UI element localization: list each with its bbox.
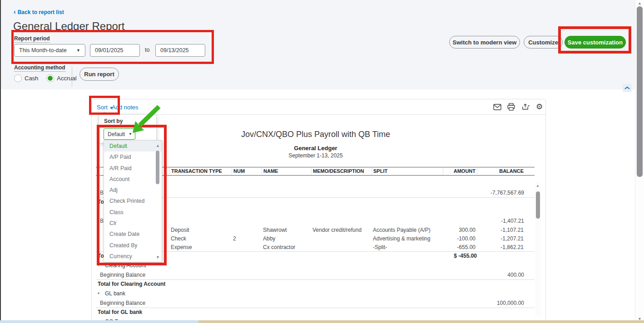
- total-label: Total for GL bank: [98, 309, 142, 315]
- report-toolbar: [92, 99, 545, 115]
- scroll-up-icon[interactable]: ▲: [638, 1, 642, 5]
- split-cell: Advertising & marketing: [372, 235, 443, 243]
- scroll-up-icon[interactable]: ▲: [156, 143, 160, 148]
- table-row[interactable]: Beginning Balance400.00: [96, 271, 535, 280]
- total-amount: $ -455.00: [454, 253, 477, 259]
- listbox-scrollbar-thumb[interactable]: [156, 151, 159, 184]
- num-cell: [232, 226, 262, 235]
- chevron-left-icon: ‹: [14, 8, 16, 15]
- chevron-up-icon: [624, 86, 630, 90]
- column-header: BALANCE: [477, 168, 525, 175]
- sort-option[interactable]: Account: [104, 174, 162, 185]
- table-row[interactable]: ▾GL bank: [96, 289, 535, 299]
- accounting-method-radios: Cash Accrual: [14, 74, 80, 82]
- sort-option[interactable]: A/P Paid: [104, 152, 162, 162]
- column-header: MEMO/DESCRIPTION: [311, 168, 372, 175]
- report-action-icons: ⚙: [493, 103, 544, 111]
- date-to-input[interactable]: 09/13/2025: [155, 44, 205, 57]
- window-bottom-edge: [198, 320, 644, 323]
- popup-notch: [102, 112, 107, 115]
- balance-value: -1,407.21: [501, 218, 524, 224]
- page-scrollbar[interactable]: ▲ ▼: [635, 0, 644, 323]
- back-to-report-list-link[interactable]: ‹Back to report list: [14, 8, 64, 15]
- to-label: to: [145, 47, 149, 53]
- column-header: NAME: [262, 168, 311, 175]
- save-customization-button[interactable]: Save customization: [565, 36, 626, 49]
- scroll-down-icon[interactable]: ▼: [156, 255, 160, 259]
- transaction-type-cell: Expense: [169, 243, 232, 251]
- split-cell: Accounts Payable (A/P): [372, 226, 443, 235]
- export-icon[interactable]: [521, 103, 530, 111]
- table-scrollbar-thumb[interactable]: [536, 191, 540, 219]
- cash-radio[interactable]: [14, 74, 22, 82]
- name-cell: Cx contractor: [262, 243, 311, 251]
- report-period-label: Report period: [14, 35, 50, 43]
- table-row[interactable]: Total for GL bank: [96, 308, 535, 318]
- balance-cell: -1,107.21: [477, 226, 525, 235]
- customize-button[interactable]: Customize: [524, 36, 563, 49]
- sort-option[interactable]: Clr: [104, 218, 162, 229]
- sort-option[interactable]: Create Date: [104, 229, 162, 240]
- transaction-type-cell: Check: [169, 235, 232, 243]
- column-header: NUM: [232, 168, 262, 175]
- cash-radio-label: Cash: [25, 75, 38, 82]
- run-report-button[interactable]: Run report: [79, 68, 119, 81]
- sort-option[interactable]: Currency: [104, 251, 162, 262]
- filter-divider: [72, 67, 72, 87]
- amount-cell: -655.00: [443, 243, 477, 251]
- sort-by-select[interactable]: Default▼: [104, 128, 135, 140]
- column-header: TRANSACTION TYPE: [169, 168, 232, 175]
- transaction-type-cell: Deposit: [169, 226, 232, 235]
- balance-value: 400.00: [507, 272, 524, 278]
- add-notes-link[interactable]: Add notes: [112, 104, 139, 111]
- sort-link[interactable]: Sort ▼: [97, 104, 113, 111]
- total-label: Total for Clearing Account: [98, 281, 165, 287]
- account-name: GL bank: [105, 290, 125, 297]
- column-header: AMOUNT: [443, 168, 477, 175]
- balance-value: -7,767,567.69: [490, 190, 524, 196]
- table-scrollbar[interactable]: ▲: [535, 182, 541, 317]
- settings-icon[interactable]: ⚙: [535, 103, 544, 111]
- sort-option[interactable]: Adj: [104, 185, 162, 196]
- sort-option[interactable]: A/R Paid: [104, 163, 162, 174]
- table-row[interactable]: Total for Clearing Account: [96, 280, 535, 289]
- num-cell: 2: [232, 235, 262, 243]
- chevron-down-icon: ▼: [129, 132, 132, 136]
- sort-option[interactable]: Class: [104, 207, 162, 218]
- collapse-header-button[interactable]: [623, 84, 632, 92]
- email-icon[interactable]: [493, 103, 501, 111]
- split-cell: -Split-: [372, 243, 443, 251]
- account-name: Clearing Account: [105, 262, 146, 269]
- scroll-up-icon[interactable]: ▲: [536, 184, 540, 188]
- column-header: SPLIT: [372, 168, 443, 175]
- report-company-title: Jov/CNX/QBO Plus Payroll with QB Time: [97, 130, 535, 139]
- chevron-down-icon: ▼: [76, 48, 80, 53]
- amount-cell: 300.00: [443, 226, 477, 235]
- sort-by-label: Sort by: [104, 118, 123, 124]
- date-from-input[interactable]: 09/01/2025: [90, 44, 140, 57]
- report-period-text: September 1-13, 2025: [97, 152, 535, 159]
- row-label: Beginning Balance: [100, 272, 145, 278]
- report-period-select[interactable]: This Month-to-date▼: [14, 44, 85, 57]
- accrual-radio-label: Accrual: [57, 75, 76, 82]
- print-icon[interactable]: [507, 103, 515, 111]
- sort-option[interactable]: Check Printed: [104, 196, 162, 206]
- report-title: General Ledger: [97, 145, 535, 152]
- name-cell: Abby: [262, 235, 311, 243]
- memo-cell: [311, 243, 372, 251]
- accrual-radio[interactable]: [46, 74, 54, 82]
- sort-option[interactable]: Default: [104, 141, 162, 152]
- memo-cell: [311, 235, 372, 243]
- row-label: Beginning Balance: [100, 300, 145, 306]
- collapse-caret-icon: ▾: [98, 181, 99, 185]
- collapse-caret-icon: ▾: [98, 291, 99, 295]
- page-scrollbar-thumb[interactable]: [637, 6, 643, 177]
- listbox-scrollbar[interactable]: ▲ ▼: [155, 142, 161, 259]
- accounting-method-label: Accounting method: [14, 64, 65, 72]
- window-bottom-edge: [0, 320, 198, 323]
- table-row[interactable]: Beginning Balance100,000.00: [96, 299, 535, 308]
- sort-option[interactable]: Created By: [104, 240, 162, 250]
- switch-to-modern-view-button[interactable]: Switch to modern view: [449, 36, 520, 49]
- table-row[interactable]: ▾Clearing Account: [96, 261, 535, 271]
- sort-options-listbox: DefaultA/P PaidA/R PaidAccountAdjCheck P…: [104, 140, 162, 262]
